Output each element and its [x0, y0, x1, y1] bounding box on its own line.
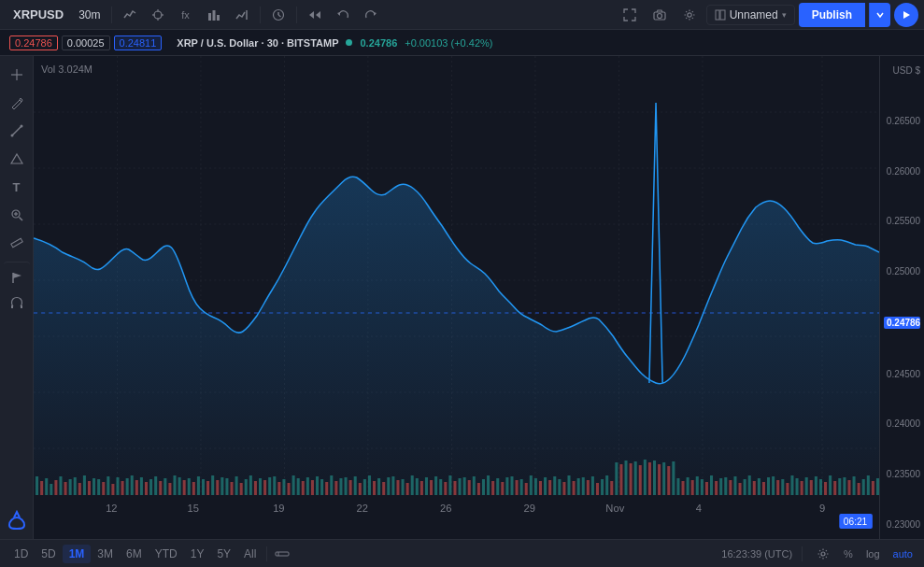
svg-rect-100 [254, 481, 257, 495]
svg-rect-140 [444, 482, 447, 495]
svg-rect-169 [582, 477, 585, 495]
settings-btn[interactable] [676, 3, 703, 27]
svg-point-25 [10, 135, 13, 137]
bar-chart-btn[interactable] [201, 3, 227, 27]
svg-rect-157 [525, 483, 528, 495]
svg-rect-119 [345, 477, 348, 495]
svg-rect-227 [858, 483, 860, 495]
tool-shapes[interactable] [4, 146, 30, 172]
redo-btn[interactable] [358, 3, 384, 27]
svg-rect-221 [829, 475, 832, 495]
fullscreen-btn[interactable] [617, 3, 643, 27]
open-price-box: 0.24786 [9, 35, 58, 50]
line-chart-btn[interactable] [117, 3, 143, 27]
tf-3m[interactable]: 3M [91, 545, 120, 563]
svg-line-24 [12, 126, 21, 135]
svg-rect-111 [306, 477, 309, 495]
undo-btn[interactable] [330, 3, 356, 27]
tf-ytd[interactable]: YTD [149, 545, 184, 563]
svg-rect-79 [154, 476, 157, 495]
svg-rect-204 [748, 475, 751, 495]
log-label[interactable]: log [862, 546, 884, 561]
svg-rect-171 [591, 476, 594, 495]
tf-5y[interactable]: 5Y [210, 545, 237, 563]
tf-1m[interactable]: 1M [63, 545, 92, 563]
svg-rect-131 [402, 479, 405, 495]
sep2 [260, 7, 261, 23]
svg-rect-58 [54, 480, 57, 495]
publish-arrow-btn[interactable] [869, 3, 890, 27]
svg-rect-207 [762, 482, 765, 495]
unnamed-dropdown[interactable]: Unnamed ▾ [706, 5, 795, 25]
chart-settings-btn[interactable] [812, 543, 834, 565]
svg-rect-214 [796, 478, 799, 495]
live-dot [346, 39, 352, 46]
svg-marker-13 [316, 11, 320, 19]
svg-rect-113 [316, 476, 319, 495]
svg-rect-118 [339, 478, 342, 495]
svg-rect-185 [658, 464, 661, 495]
tool-magnify[interactable] [4, 202, 30, 228]
compare-btn[interactable] [271, 543, 293, 565]
svg-text:9: 9 [819, 503, 825, 514]
tool-flag[interactable] [4, 262, 30, 288]
svg-rect-105 [277, 482, 280, 495]
camera-btn[interactable] [647, 3, 673, 27]
svg-rect-218 [815, 476, 817, 495]
svg-rect-178 [624, 461, 627, 495]
interval-label[interactable]: 30m [73, 8, 106, 21]
tf-all[interactable]: All [237, 545, 263, 563]
svg-rect-116 [330, 475, 333, 495]
tool-measure[interactable] [4, 230, 30, 256]
price-label-3: 0.25500 [884, 216, 920, 226]
svg-rect-109 [297, 478, 300, 495]
svg-rect-203 [744, 479, 746, 495]
svg-rect-96 [235, 476, 238, 495]
indicator-btn[interactable] [229, 3, 255, 27]
crosshair-btn[interactable] [145, 3, 171, 27]
chart-canvas[interactable]: 12 15 19 22 26 29 Nov 4 9 06:21 [34, 56, 879, 539]
rewind-btn[interactable] [302, 3, 328, 27]
publish-chevron-icon [875, 10, 885, 20]
svg-rect-144 [463, 477, 466, 495]
svg-rect-141 [448, 475, 451, 495]
svg-rect-150 [491, 481, 494, 495]
svg-rect-151 [496, 478, 499, 495]
svg-rect-89 [202, 479, 205, 495]
svg-rect-147 [477, 483, 480, 495]
svg-rect-174 [605, 475, 608, 495]
svg-rect-126 [377, 478, 380, 495]
tf-6m[interactable]: 6M [120, 545, 149, 563]
svg-rect-125 [373, 481, 376, 495]
svg-rect-215 [801, 481, 803, 495]
tool-draw[interactable] [4, 90, 30, 116]
tool-crosshair[interactable] [4, 62, 30, 88]
svg-rect-108 [292, 475, 295, 495]
fx-btn[interactable]: fx [173, 3, 199, 27]
chart-wrapper[interactable]: Vol 3.024M [34, 56, 924, 539]
svg-rect-217 [810, 480, 813, 495]
svg-rect-170 [587, 480, 590, 495]
tool-magnet[interactable] [4, 290, 30, 316]
svg-rect-70 [111, 484, 114, 495]
svg-rect-92 [216, 480, 219, 495]
tool-text[interactable]: T [4, 174, 30, 200]
svg-text:29: 29 [524, 503, 535, 514]
publish-button[interactable]: Publish [799, 3, 865, 27]
svg-rect-128 [387, 477, 390, 495]
auto-label[interactable]: auto [889, 546, 917, 561]
tool-line[interactable] [4, 118, 30, 144]
svg-text:Nov: Nov [605, 503, 624, 514]
live-btn[interactable] [894, 3, 918, 27]
tf-5d[interactable]: 5D [35, 545, 62, 563]
tf-1d[interactable]: 1D [7, 545, 35, 563]
percent-label[interactable]: % [840, 546, 857, 561]
svg-rect-114 [320, 479, 323, 495]
svg-rect-177 [619, 464, 622, 495]
tf-1y[interactable]: 1Y [184, 545, 211, 563]
svg-rect-132 [406, 483, 409, 495]
alert-btn[interactable] [265, 3, 291, 27]
svg-rect-68 [102, 482, 105, 495]
symbol-label[interactable]: XRPUSD [6, 7, 71, 21]
svg-marker-12 [309, 11, 314, 19]
